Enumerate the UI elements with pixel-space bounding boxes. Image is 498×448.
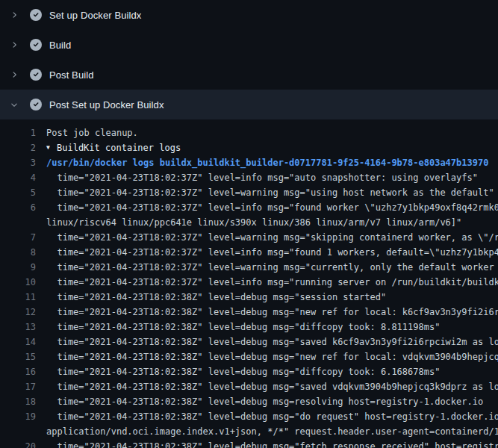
log-text: time="2021-04-23T18:02:37Z" level=warnin…: [46, 260, 498, 275]
chevron-down-icon: [10, 99, 23, 111]
log-text: time="2021-04-23T18:02:37Z" level=info m…: [46, 200, 498, 215]
log-text: application/vnd.oci.image.index.v1+json,…: [46, 424, 498, 439]
line-number[interactable]: 8: [0, 245, 36, 260]
line-number[interactable]: 1: [0, 125, 36, 140]
line-number[interactable]: [0, 424, 36, 439]
log-row: application/vnd.oci.image.index.v1+json,…: [0, 424, 498, 439]
log-row: 11 time="2021-04-23T18:02:38Z" level=deb…: [0, 290, 498, 305]
chevron-right-icon: [10, 69, 23, 81]
log-text: time="2021-04-23T18:02:38Z" level=debug …: [46, 379, 498, 394]
log-text: /usr/bin/docker logs buildx_buildkit_bui…: [46, 155, 498, 170]
log-text: time="2021-04-23T18:02:37Z" level=warnin…: [46, 185, 498, 200]
log-row: 9 time="2021-04-23T18:02:37Z" level=warn…: [0, 260, 498, 275]
log-text: time="2021-04-23T18:02:38Z" level=debug …: [46, 349, 498, 364]
log-row: 10 time="2021-04-23T18:02:37Z" level=inf…: [0, 275, 498, 290]
log-row: 7 time="2021-04-23T18:02:37Z" level=warn…: [0, 230, 498, 245]
line-number[interactable]: 19: [0, 409, 36, 424]
check-circle-icon: [30, 69, 42, 81]
caret-down-icon: ▼: [46, 140, 57, 155]
section-header[interactable]: Set up Docker Buildx: [0, 0, 498, 30]
log-text: time="2021-04-23T18:02:38Z" level=debug …: [46, 364, 498, 379]
actions-log-viewer: Set up Docker Buildx Build: [0, 0, 498, 448]
log-row: 15 time="2021-04-23T18:02:38Z" level=deb…: [0, 349, 498, 364]
log-text: time="2021-04-23T18:02:37Z" level=info m…: [46, 170, 498, 185]
line-number[interactable]: 6: [0, 200, 36, 215]
log-text: time="2021-04-23T18:02:38Z" level=debug …: [46, 335, 498, 349]
log-row: 12 time="2021-04-23T18:02:38Z" level=deb…: [0, 305, 498, 320]
section-label: Post Build: [49, 69, 94, 81]
log-row: 16 time="2021-04-23T18:02:38Z" level=deb…: [0, 364, 498, 379]
line-number[interactable]: 15: [0, 349, 36, 364]
log-row: linux/riscv64 linux/ppc641e linux/s390x …: [0, 215, 498, 230]
line-number[interactable]: 16: [0, 364, 36, 379]
line-number[interactable]: 12: [0, 305, 36, 320]
steps-list: Set up Docker Buildx Build: [0, 0, 498, 119]
check-circle-icon: [30, 39, 42, 51]
log-row: 17 time="2021-04-23T18:02:38Z" level=deb…: [0, 379, 498, 394]
log-text: time="2021-04-23T18:02:38Z" level=debug …: [46, 290, 498, 305]
log-row: 13 time="2021-04-23T18:02:38Z" level=deb…: [0, 320, 498, 335]
section-header[interactable]: Build: [0, 30, 498, 60]
log-row: 3 /usr/bin/docker logs buildx_buildkit_b…: [0, 155, 498, 170]
log-row: 8 time="2021-04-23T18:02:37Z" level=info…: [0, 245, 498, 260]
log-row: 14 time="2021-04-23T18:02:38Z" level=deb…: [0, 335, 498, 349]
section-label: Build: [49, 40, 71, 51]
chevron-right-icon: [10, 9, 23, 21]
log-row: 20 time="2021-04-23T18:02:38Z" level=deb…: [0, 439, 498, 448]
section-header[interactable]: Post Set up Docker Buildx: [0, 90, 498, 119]
log-row: 19 time="2021-04-23T18:02:38Z" level=deb…: [0, 409, 498, 424]
line-number[interactable]: 2: [0, 140, 36, 155]
check-circle-icon: [30, 99, 42, 111]
log-text: time="2021-04-23T18:02:37Z" level=warnin…: [46, 230, 498, 245]
chevron-right-icon: [10, 39, 23, 51]
section-label: Set up Docker Buildx: [49, 10, 141, 21]
section-label: Post Set up Docker Buildx: [49, 99, 164, 111]
check-circle-icon: [30, 9, 42, 21]
log-row: 1 Post job cleanup.: [0, 125, 498, 140]
line-number[interactable]: 20: [0, 439, 36, 448]
section-header[interactable]: Post Build: [0, 60, 498, 90]
log-text: time="2021-04-23T18:02:38Z" level=debug …: [46, 394, 498, 409]
log-text: time="2021-04-23T18:02:38Z" level=debug …: [46, 305, 498, 320]
log-row: 6 time="2021-04-23T18:02:37Z" level=info…: [0, 200, 498, 215]
line-number[interactable]: 5: [0, 185, 36, 200]
log-text: Post job cleanup.: [46, 125, 498, 140]
log-row: 5 time="2021-04-23T18:02:37Z" level=warn…: [0, 185, 498, 200]
log-text: time="2021-04-23T18:02:38Z" level=debug …: [46, 320, 498, 335]
line-number[interactable]: 9: [0, 260, 36, 275]
line-number[interactable]: 11: [0, 290, 36, 305]
line-number[interactable]: 17: [0, 379, 36, 394]
line-number[interactable]: 14: [0, 335, 36, 349]
line-number[interactable]: [0, 215, 36, 230]
line-number[interactable]: 18: [0, 394, 36, 409]
line-number[interactable]: 13: [0, 320, 36, 335]
log-area: 1 Post job cleanup. 2 ▼ BuildKit contain…: [0, 119, 498, 448]
line-number[interactable]: 3: [0, 155, 36, 170]
log-text: time="2021-04-23T18:02:38Z" level=debug …: [46, 439, 498, 448]
line-number[interactable]: 4: [0, 170, 36, 185]
line-number[interactable]: 10: [0, 275, 36, 290]
line-number[interactable]: 7: [0, 230, 36, 245]
log-text: BuildKit container logs: [57, 140, 498, 155]
log-text: time="2021-04-23T18:02:38Z" level=debug …: [46, 409, 498, 424]
log-row: 18 time="2021-04-23T18:02:38Z" level=deb…: [0, 394, 498, 409]
log-row: 4 time="2021-04-23T18:02:37Z" level=info…: [0, 170, 498, 185]
log-text: time="2021-04-23T18:02:37Z" level=info m…: [46, 245, 498, 260]
log-text: linux/riscv64 linux/ppc641e linux/s390x …: [46, 215, 498, 230]
log-row[interactable]: 2 ▼ BuildKit container logs: [0, 140, 498, 155]
log-text: time="2021-04-23T18:02:37Z" level=info m…: [46, 275, 498, 290]
